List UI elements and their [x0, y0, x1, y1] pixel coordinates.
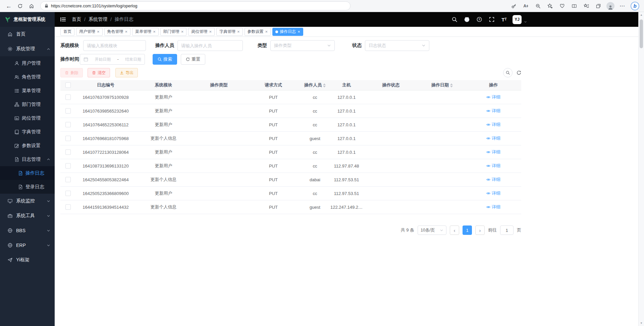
row-checkbox[interactable] [65, 122, 71, 127]
sort-control[interactable] [450, 83, 453, 87]
sidebar-item-param-settings[interactable]: 参数设置 [0, 139, 55, 152]
goto-page-input[interactable] [500, 225, 514, 235]
sidebar-item-dept-mgmt[interactable]: 部门管理 [0, 97, 55, 111]
tab-dept-mgmt[interactable]: 部门管理× [160, 28, 187, 36]
help-icon[interactable] [475, 15, 483, 23]
detail-link[interactable]: 详细 [486, 204, 500, 210]
row-checkbox[interactable] [65, 163, 71, 169]
more-menu-icon[interactable]: ··· [617, 1, 628, 11]
refresh-table-button[interactable] [517, 70, 521, 75]
page-size-select[interactable]: 10条/页 [418, 225, 446, 235]
scroll-up-icon[interactable]: ▲ [639, 13, 644, 16]
clear-button[interactable]: 清空 [88, 68, 110, 77]
collections-icon[interactable] [593, 1, 604, 11]
delete-button[interactable]: 删除 [60, 68, 83, 77]
password-key-icon[interactable] [508, 1, 519, 11]
close-icon[interactable]: × [265, 29, 268, 34]
tab-oper-log[interactable]: 操作日志× [272, 28, 303, 36]
row-checkbox[interactable] [65, 94, 71, 100]
add-favorite-icon[interactable] [545, 1, 555, 11]
row-checkbox[interactable] [65, 177, 71, 182]
scroll-down-icon[interactable]: ▼ [639, 322, 644, 325]
module-input[interactable] [83, 40, 146, 51]
detail-link[interactable]: 详细 [486, 108, 500, 114]
chevron-down-icon[interactable] [524, 20, 527, 23]
sidebar-item-system-monitor[interactable]: 系统监控 [0, 194, 55, 208]
detail-link[interactable]: 详细 [486, 149, 500, 155]
tab-home[interactable]: 首页 [60, 28, 74, 36]
font-size-icon[interactable]: TT [500, 15, 508, 23]
toggle-search-button[interactable] [503, 68, 513, 77]
reset-button[interactable]: 重置 [181, 54, 205, 65]
select-all-checkbox[interactable] [65, 82, 71, 88]
user-logo[interactable]: YJ [513, 15, 522, 24]
reload-icon[interactable] [15, 1, 25, 11]
close-icon[interactable]: × [209, 29, 212, 34]
fullscreen-icon[interactable] [488, 15, 496, 23]
detail-link[interactable]: 详细 [486, 122, 500, 128]
back-icon[interactable]: ← [3, 1, 14, 11]
breadcrumb-home[interactable]: 首页 [72, 16, 81, 22]
type-select[interactable]: 操作类型 [270, 40, 335, 51]
sidebar-item-user-mgmt[interactable]: 用户管理 [0, 56, 55, 70]
close-icon[interactable]: × [97, 29, 100, 34]
operator-input[interactable] [177, 40, 243, 51]
tab-user-mgmt[interactable]: 用户管理× [76, 28, 103, 36]
scrollbar-thumb[interactable] [640, 19, 643, 48]
sidebar-item-oper-log[interactable]: 操作日志 [0, 166, 55, 180]
bing-chat-icon[interactable]: b [629, 1, 641, 11]
close-icon[interactable]: × [181, 29, 184, 34]
sidebar-collapse-icon[interactable] [60, 16, 66, 22]
row-checkbox[interactable] [65, 108, 71, 114]
sidebar-item-system-tools[interactable]: 系统工具 [0, 208, 55, 223]
close-icon[interactable]: × [298, 29, 300, 34]
sidebar-item-post-mgmt[interactable]: 岗位管理 [0, 111, 55, 125]
row-checkbox[interactable] [65, 204, 71, 210]
sidebar-item-log-mgmt[interactable]: 日志管理 [0, 152, 55, 166]
detail-link[interactable]: 详细 [486, 94, 500, 100]
export-button[interactable]: 导出 [115, 68, 138, 77]
sidebar-item-bbs[interactable]: BBS [0, 223, 55, 238]
prev-page-button[interactable]: ‹ [450, 225, 459, 235]
tab-dict-mgmt[interactable]: 字典管理× [216, 28, 243, 36]
github-icon[interactable] [463, 15, 471, 23]
sidebar-item-home[interactable]: 首页 [0, 27, 55, 42]
detail-link[interactable]: 详细 [486, 190, 500, 196]
sidebar-item-dict-mgmt[interactable]: 字典管理 [0, 125, 55, 139]
close-icon[interactable]: × [237, 29, 240, 34]
row-checkbox[interactable] [65, 149, 71, 155]
url-text[interactable]: https://ccnetcore.com:1101/system/log/op… [51, 4, 138, 8]
address-bar[interactable]: https://ccnetcore.com:1101/system/log/op… [40, 1, 351, 10]
split-screen-icon[interactable] [569, 1, 580, 11]
tab-param-settings[interactable]: 参数设置× [245, 28, 271, 36]
row-checkbox[interactable] [65, 191, 71, 196]
sidebar-item-system-mgmt[interactable]: 系统管理 [0, 42, 55, 56]
next-page-button[interactable]: › [475, 225, 485, 235]
sidebar-item-erp[interactable]: ERP [0, 238, 55, 253]
browser-essentials-icon[interactable] [557, 1, 568, 11]
close-icon[interactable]: × [125, 29, 128, 34]
header-search-icon[interactable] [450, 15, 459, 23]
detail-link[interactable]: 详细 [486, 135, 500, 141]
sort-control[interactable] [323, 83, 326, 87]
page-1-button[interactable]: 1 [463, 225, 472, 235]
status-select[interactable]: 日志状态 [365, 40, 429, 51]
page-scrollbar[interactable]: ▲ ▼ [638, 12, 644, 326]
breadcrumb-system-mgmt[interactable]: 系统管理 [89, 16, 107, 22]
profile-avatar[interactable] [605, 1, 616, 11]
detail-link[interactable]: 详细 [486, 177, 500, 183]
read-aloud-icon[interactable] [521, 1, 531, 11]
tab-post-mgmt[interactable]: 岗位管理× [188, 28, 215, 36]
browser-home-icon[interactable] [26, 1, 37, 11]
tab-menu-mgmt[interactable]: 菜单管理× [132, 28, 159, 36]
search-button[interactable]: 搜索 [153, 54, 177, 65]
date-range-picker[interactable]: 开始日期 - 结束日期 [80, 54, 145, 65]
zoom-out-icon[interactable] [533, 1, 543, 11]
tab-role-mgmt[interactable]: 角色管理× [104, 28, 131, 36]
sidebar-item-login-log[interactable]: 登录日志 [0, 180, 55, 194]
sidebar-item-role-mgmt[interactable]: 角色管理 [0, 70, 55, 84]
favorites-icon[interactable] [581, 1, 592, 11]
detail-link[interactable]: 详细 [486, 163, 500, 169]
sidebar-item-yi-framework[interactable]: Yi框架 [0, 253, 55, 267]
sidebar-item-menu-mgmt[interactable]: 菜单管理 [0, 84, 55, 97]
